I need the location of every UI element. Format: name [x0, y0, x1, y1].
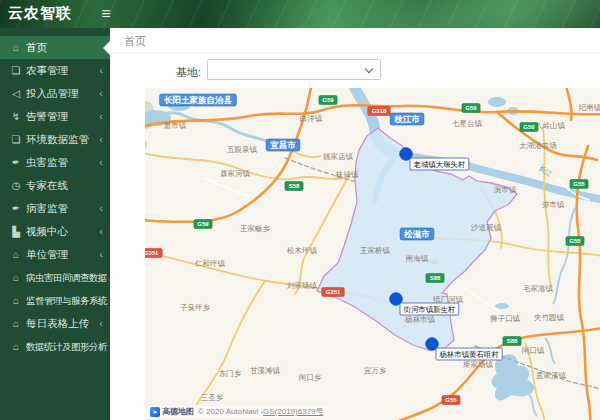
town-label: 刘家场镇 [287, 281, 318, 290]
road-badge-label: G55 [573, 181, 585, 187]
town-label: 沙道观镇 [470, 223, 502, 232]
town-label: 七星台镇 [452, 119, 483, 128]
pin-icon: ✒ [9, 197, 23, 220]
sidebar-item-home[interactable]: ⌂首页 [0, 36, 110, 59]
town-label: 聂家河镇 [220, 169, 251, 178]
sidebar-item-env-data[interactable]: ❏环境数据监管 ‹ [0, 128, 110, 151]
sidebar-item-label: 专家在线 [26, 179, 68, 191]
road-badge-label: G351 [326, 289, 341, 295]
sidebar-item-label: 首页 [26, 41, 47, 53]
sidebar-item-label: 病虫害田间调查数据 [26, 272, 107, 283]
chevron-left-icon: ‹ [99, 82, 103, 105]
hamburger-icon[interactable]: ≡ [94, 1, 118, 27]
sidebar-item-label: 农事管理 [26, 64, 68, 76]
sidebar-item-label: 监督管理与服务系统 [26, 295, 107, 306]
marker-label[interactable]: 杨林市镇黄石咀村 [439, 350, 500, 359]
road-badge-label: S88 [430, 275, 441, 281]
town-label: 纪南镇 [579, 103, 600, 112]
sidebar-item-input-goods-mgmt[interactable]: ◁投入品管理 ‹ [0, 82, 110, 105]
main-content: 首页 基地: [110, 28, 600, 420]
folder-icon: ❏ [9, 128, 23, 151]
town-label: 南海镇 [405, 254, 429, 263]
town-label: 涴市镇 [494, 185, 517, 194]
sidebar-item-label: 投入品管理 [26, 87, 79, 99]
road-badge-label: G318 [372, 108, 387, 114]
road-badge-label: G50 [465, 105, 477, 111]
town-label: 弥市镇 [542, 200, 565, 209]
sidebar-item-data-stats[interactable]: ⌂数据统计及图形分析 ‹ [0, 335, 110, 358]
amap-logo-text: 高德地图 [162, 406, 194, 417]
chevron-left-icon: ‹ [99, 220, 103, 243]
home-icon: ⌂ [9, 36, 23, 59]
home-icon: ⌂ [9, 266, 23, 289]
map-attribution: ➤ 高德地图 © 2020 AutoNavi - GS(2019)6379号 [147, 406, 327, 417]
base-select[interactable] [207, 59, 381, 80]
sidebar-item-label: 环境数据监管 [26, 133, 89, 145]
road-badge-label: G59 [197, 221, 209, 227]
town-label: 宜万乡 [364, 366, 387, 375]
town-label: 毛家港镇 [523, 284, 554, 293]
home-icon: ⌂ [9, 335, 23, 358]
chevron-left-icon: ‹ [99, 128, 103, 151]
copyright-text: © 2020 AutoNavi - [198, 407, 263, 416]
sidebar-item-label: 告警管理 [26, 110, 68, 122]
sidebar-item-label: 单位管理 [26, 248, 68, 260]
marker-label[interactable]: 老城镇大堰头村 [414, 160, 466, 169]
sidebar-item-insect-monitor[interactable]: ✒虫害监管 ‹ [0, 151, 110, 174]
chevron-left-icon: ‹ [99, 243, 103, 266]
town-label: 狮子口镇 [490, 314, 521, 323]
sidebar-item-unit-mgmt[interactable]: ⌂单位管理 ‹ [0, 243, 110, 266]
license-link[interactable]: GS(2019)6379号 [263, 406, 323, 417]
town-label: 闸口乡 [299, 373, 322, 382]
sidebar-item-daily-upload[interactable]: ⌂每日表格上传 ‹ [0, 312, 110, 335]
town-label: 斯家场镇 [463, 360, 494, 369]
city-label: 长阳土家族自治县 [164, 95, 233, 105]
chevron-left-icon: ‹ [99, 105, 103, 128]
town-label: 王家桥镇 [360, 246, 391, 255]
sidebar-item-field-survey-data[interactable]: ⌂病虫害田间调查数据 ‹ [0, 266, 110, 289]
folder-icon: ❏ [9, 59, 23, 82]
road-badge-label: G55 [569, 238, 581, 244]
globe-icon: ◷ [9, 174, 23, 197]
app-header: 云农智联 ≡ [0, 0, 600, 28]
road-badge-label: S58 [289, 183, 300, 189]
town-label: 子良坪乡 [180, 303, 211, 312]
road-badge-label: S88 [507, 338, 518, 344]
town-label: 仁和坪镇 [195, 259, 226, 268]
sidebar-item-label: 数据统计及图形分析 [26, 341, 107, 352]
town-label: 五眼泉镇 [227, 145, 258, 154]
sidebar-item-farming-mgmt[interactable]: ❏农事管理 ‹ [0, 59, 110, 82]
sidebar-item-alert-mgmt[interactable]: ↯告警管理 ‹ [0, 105, 110, 128]
home-icon: ⌂ [9, 243, 23, 266]
sidebar-item-label: 虫害监管 [26, 156, 68, 168]
map-canvas: 磨市镇五眼泉镇聂家河镇白洋镇姚家店镇枝城镇王家畈乡松木坪镇仁和坪镇刘家场镇子良坪… [145, 88, 600, 420]
chevron-left-icon: ‹ [99, 197, 103, 220]
marker-label[interactable]: 街河市镇新生村 [404, 305, 456, 314]
city-label: 宜昌市 [270, 140, 296, 150]
chevron-left-icon: ‹ [99, 289, 103, 312]
breadcrumb[interactable]: 首页 [124, 34, 146, 49]
sidebar-item-label: 视频中心 [26, 225, 68, 237]
town-label: 松木坪镇 [287, 246, 318, 255]
town-label: 磨市镇 [164, 121, 187, 130]
map[interactable]: 磨市镇五眼泉镇聂家河镇白洋镇姚家店镇枝城镇王家畈乡松木坪镇仁和坪镇刘家场镇子良坪… [145, 88, 600, 420]
sidebar-item-expert-online[interactable]: ◷专家在线 [0, 174, 110, 197]
sidebar: ⌂首页 ❏农事管理 ‹ ◁投入品管理 ‹ ↯告警管理 ‹ ❏环境数据监管 ‹ ✒… [0, 28, 110, 420]
sidebar-item-supervision-service[interactable]: ⌂监督管理与服务系统 ‹ [0, 289, 110, 312]
town-label: 杨林市镇 [404, 315, 436, 324]
town-label: 孟家溪镇 [536, 371, 567, 380]
town-label: 太湖港农场 [519, 141, 557, 150]
town-label: 白洋镇 [300, 114, 323, 123]
sidebar-item-disease-monitor[interactable]: ✒病害监管 ‹ [0, 197, 110, 220]
sidebar-menu: ⌂首页 ❏农事管理 ‹ ◁投入品管理 ‹ ↯告警管理 ‹ ❏环境数据监管 ‹ ✒… [0, 28, 110, 358]
town-label: 闸口镇 [522, 346, 545, 355]
town-label: 三圣乡 [201, 393, 224, 402]
lightning-icon: ↯ [9, 105, 23, 128]
home-icon: ⌂ [9, 312, 23, 335]
base-label: 基地: [176, 65, 201, 80]
town-label: 甘溪滩镇 [250, 366, 281, 375]
sidebar-item-video-center[interactable]: ▙视频中心 ‹ [0, 220, 110, 243]
road-badge-label: G50 [523, 124, 535, 130]
chevron-left-icon: ‹ [99, 151, 103, 174]
chart-icon: ▙ [9, 220, 23, 243]
